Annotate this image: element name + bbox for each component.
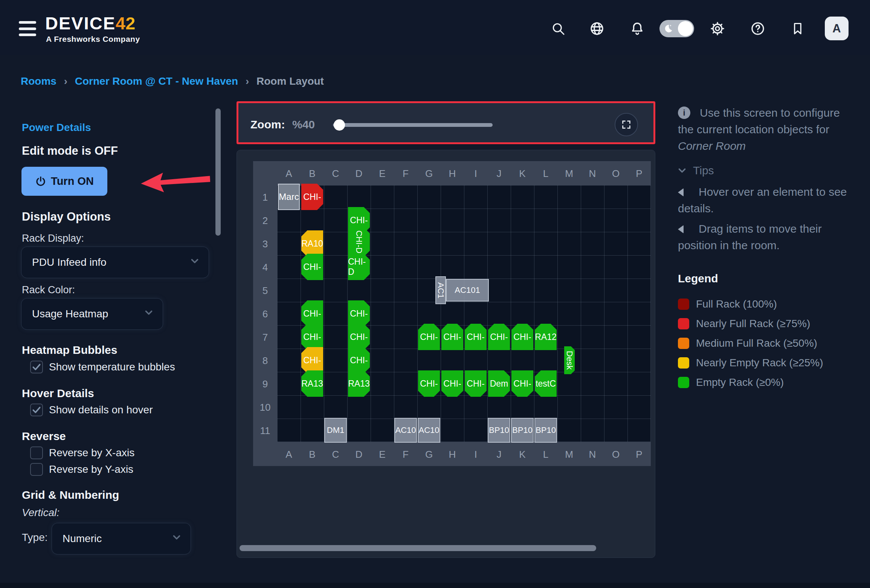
rack-color-value: Usage Heatmap — [32, 308, 108, 320]
row-header: 10 — [253, 402, 277, 413]
rack-item[interactable]: testC — [535, 370, 557, 397]
breadcrumb-rooms[interactable]: Rooms — [21, 75, 56, 87]
rack-item[interactable]: CHI-D — [348, 227, 370, 257]
page: DEVICE42 A Freshworks Company A — [0, 0, 870, 588]
rack-item[interactable]: Desk — [564, 346, 575, 374]
rack-item[interactable]: CHI- — [418, 370, 440, 397]
search-icon[interactable] — [546, 17, 570, 41]
room-grid: AABBCCDDEEFFGGHHIIJJKKLLMMNNOOPP12345678… — [253, 161, 651, 466]
row-header: 2 — [253, 215, 277, 227]
rack-item[interactable]: CHI- — [301, 300, 323, 327]
column-header: L — [534, 168, 557, 180]
rack-item[interactable]: Marc — [278, 184, 300, 210]
info-text-room-name: Corner Room — [678, 140, 746, 152]
column-header: O — [604, 449, 627, 460]
legend-row: Nearly Full Rack (≥75%) — [678, 314, 823, 334]
logo-text: DEVICE — [45, 13, 116, 33]
legend-row: Medium Full Rack (≥50%) — [678, 334, 823, 353]
turn-on-label: Turn ON — [51, 175, 94, 187]
rack-color-label: Rack Color: — [22, 284, 75, 296]
bookmark-icon[interactable] — [786, 17, 810, 41]
column-header: I — [464, 449, 487, 460]
rack-item[interactable]: CHI- — [301, 254, 323, 280]
rack-item[interactable]: CHI- — [511, 370, 533, 397]
reverse-x-checkbox[interactable]: Reverse by X-axis — [30, 446, 134, 459]
navbar: DEVICE42 A Freshworks Company A — [0, 0, 870, 55]
info-text-body: Use this screen to configure the current… — [678, 107, 840, 136]
reverse-y-checkbox[interactable]: Reverse by Y-axis — [30, 463, 133, 476]
rack-item[interactable]: CHI- — [488, 324, 510, 350]
legend-swatch — [678, 318, 689, 329]
hover-details-checkbox[interactable]: Show details on hover — [30, 404, 153, 416]
column-header: B — [301, 168, 324, 180]
rack-display-select[interactable]: PDU Infeed info — [21, 247, 209, 278]
row-header: 1 — [253, 192, 277, 203]
rack-item[interactable]: CHI- — [465, 370, 487, 397]
rack-item[interactable]: CHI- — [348, 300, 370, 327]
checkbox-checked — [30, 404, 43, 416]
temperature-bubbles-checkbox[interactable]: Show temperature bubbles — [30, 361, 175, 373]
rack-item[interactable]: CHI- — [441, 324, 463, 350]
rack-item[interactable]: RA13 — [301, 370, 323, 397]
column-header: P — [627, 449, 651, 460]
rack-item[interactable]: AC10 — [394, 418, 417, 443]
rack-item[interactable]: AC101 — [446, 279, 489, 302]
dark-mode-toggle[interactable] — [659, 20, 694, 37]
rack-item[interactable]: CHI- — [301, 347, 323, 373]
rack-item[interactable]: CHI- — [441, 370, 463, 397]
row-header: 4 — [253, 262, 277, 273]
grid-cells[interactable] — [277, 185, 651, 442]
grid-numbering-heading: Grid & Numbering — [22, 489, 119, 501]
power-details-link[interactable]: Power Details — [22, 122, 91, 134]
column-header: M — [557, 168, 581, 180]
zoom-label: Zoom: — [250, 118, 285, 131]
reverse-heading: Reverse — [22, 430, 66, 443]
rack-item[interactable]: CHI- — [418, 324, 440, 350]
zoom-slider-knob[interactable] — [334, 119, 345, 131]
rack-item[interactable]: Dem — [488, 370, 510, 397]
rack-item[interactable]: CHI- — [301, 184, 323, 210]
rack-color-select[interactable]: Usage Heatmap — [21, 299, 163, 329]
rack-item[interactable]: DM1 — [324, 418, 347, 443]
hover-details-heading: Hover Details — [22, 387, 94, 400]
numbering-type-select[interactable]: Numeric — [52, 523, 191, 554]
rack-item[interactable]: CHI-D — [348, 254, 370, 280]
display-options-heading: Display Options — [22, 210, 111, 224]
heatmap-bubbles-heading: Heatmap Bubbles — [22, 344, 117, 356]
breadcrumb-room[interactable]: Corner Room @ CT - New Haven — [75, 75, 238, 87]
rack-item[interactable]: CHI- — [348, 324, 370, 350]
column-header: G — [417, 449, 441, 460]
rack-item[interactable]: CHI- — [301, 324, 323, 350]
turn-on-button[interactable]: Turn ON — [21, 167, 107, 196]
rack-item[interactable]: RA12 — [535, 324, 557, 350]
notifications-bell-icon[interactable] — [625, 17, 649, 41]
legend-title: Legend — [678, 272, 718, 285]
globe-icon[interactable] — [585, 17, 609, 41]
rack-item[interactable]: CHI- — [465, 324, 487, 350]
rack-item[interactable]: RA10 — [301, 230, 323, 257]
numbering-type-value: Numeric — [63, 533, 102, 545]
help-icon[interactable] — [746, 17, 770, 41]
rack-item[interactable]: AC10 — [418, 418, 440, 443]
info-text: Use this screen to configure the current… — [678, 105, 855, 154]
zoom-slider-track[interactable] — [333, 123, 493, 127]
avatar[interactable]: A — [825, 17, 849, 40]
settings-gear-icon[interactable] — [705, 17, 730, 41]
rack-item[interactable]: RA13 — [348, 370, 370, 397]
info-icon: i — [678, 107, 690, 119]
rack-item[interactable]: BP10 — [511, 418, 534, 443]
column-header: K — [511, 168, 534, 180]
chevron-down-icon — [189, 256, 200, 270]
tips-title: Tips — [693, 164, 714, 177]
sidebar-scrollbar[interactable] — [215, 108, 221, 236]
tips-toggle[interactable]: Tips — [676, 164, 714, 177]
rack-item[interactable]: CHI- — [511, 324, 533, 350]
breadcrumb-current: Room Layout — [256, 75, 324, 87]
fullscreen-button[interactable] — [615, 113, 638, 136]
rack-item[interactable]: BP10 — [488, 418, 510, 443]
rack-item[interactable]: CHI- — [348, 347, 370, 373]
hamburger-menu-icon[interactable] — [19, 21, 36, 36]
grid-horizontal-scrollbar[interactable] — [240, 545, 596, 551]
rack-item[interactable]: AC1 — [435, 276, 446, 304]
rack-item[interactable]: BP10 — [534, 418, 557, 443]
